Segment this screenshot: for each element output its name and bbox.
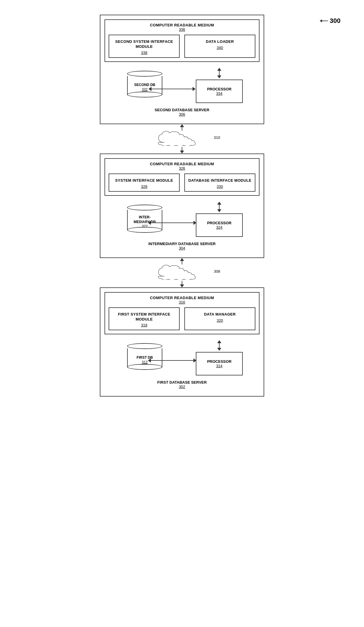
intermediary-database-server-box: COMPUTER READABLE MEDIUM 326 SYSTEM INTE…: [100, 154, 264, 258]
dim-ref: 330: [187, 184, 252, 189]
intermediary-db-server-label: INTERMEDIARY DATABASE SERVER: [105, 242, 259, 246]
second-crm-box: COMPUTER READABLE MEDIUM 336 SECOND SYST…: [105, 19, 259, 62]
first-crm-title: COMPUTER READABLE MEDIUM: [108, 296, 256, 300]
intermediary-crm-box: COMPUTER READABLE MEDIUM 326 SYSTEM INTE…: [105, 158, 259, 196]
second-database-server-box: COMPUTER READABLE MEDIUM 336 SECOND SYST…: [100, 15, 264, 124]
second-db-server-ref: 306: [105, 112, 259, 117]
second-crm-title: COMPUTER READABLE MEDIUM: [108, 23, 256, 27]
first-processor-ref: 314: [216, 364, 223, 368]
network-cloud-308-icon: [156, 264, 208, 280]
second-processor-title: PROCESSOR: [207, 87, 231, 91]
intermediary-crm-ref: 326: [108, 166, 256, 171]
second-db-processor-arrow: [149, 87, 196, 91]
first-sim-title: FIRST SYSTEM INTERFACE MODULE: [112, 312, 177, 322]
data-loader-box: DATA LOADER 340: [184, 35, 255, 58]
second-processor-box: PROCESSOR 334: [196, 80, 243, 103]
data-manager-ref: 320: [187, 318, 252, 323]
system-interface-module-box: SYSTEM INTERFACE MODULE 328: [109, 173, 180, 192]
sim-title: SYSTEM INTERFACE MODULE: [112, 178, 177, 183]
second-sim-title: SECOND SYSTEM INTERFACE MODULE: [112, 39, 177, 49]
first-crm-ref: 316: [108, 300, 256, 304]
first-db-server-label: FIRST DATABASE SERVER: [105, 380, 259, 385]
first-processor-box: PROCESSOR 314: [196, 352, 243, 375]
second-processor-ref: 334: [216, 91, 223, 96]
intermediary-db-processor-arrow: [148, 221, 196, 225]
first-system-interface-module-box: FIRST SYSTEM INTERFACE MODULE 318: [109, 307, 180, 331]
second-sim-ref: 338: [112, 50, 177, 55]
figure-arrow-icon: [320, 18, 328, 24]
intermediary-db-server-ref: 304: [105, 246, 259, 250]
svg-marker-1: [320, 19, 322, 22]
network-308-area: 308: [91, 258, 273, 287]
first-db-cylinder: FIRST DB 312: [126, 343, 164, 368]
intermediary-processor-ref: 324: [216, 225, 223, 230]
dim-title: DATABASE INTERFACE MODULE: [187, 178, 252, 183]
network-cloud-310-icon: [156, 131, 208, 146]
first-db-server-ref: 302: [105, 385, 259, 389]
network-310-ref-label: 310: [214, 135, 220, 140]
sim-ref: 328: [112, 184, 177, 189]
first-crm-box: COMPUTER READABLE MEDIUM 316 FIRST SYSTE…: [105, 292, 259, 335]
intermediary-db-cylinder: INTER- MEDIARY DB 322: [126, 205, 164, 230]
second-system-interface-module-box: SECOND SYSTEM INTERFACE MODULE 338: [109, 35, 180, 58]
data-loader-title: DATA LOADER: [187, 39, 252, 44]
first-db-processor-arrow: [148, 358, 196, 363]
network-310-area: 310: [91, 124, 273, 154]
data-loader-down-arrow: [217, 68, 221, 78]
data-manager-down-arrow: [217, 340, 221, 351]
database-interface-module-box: DATABASE INTERFACE MODULE 330: [184, 173, 255, 192]
data-manager-title: DATA MANAGER: [187, 312, 252, 317]
first-processor-title: PROCESSOR: [207, 359, 231, 364]
first-database-server-box: COMPUTER READABLE MEDIUM 316 FIRST SYSTE…: [100, 287, 264, 397]
intermediary-processor-box: PROCESSOR 324: [196, 213, 243, 237]
second-db-server-label: SECOND DATABASE SERVER: [105, 108, 259, 112]
intermediary-processor-title: PROCESSOR: [207, 221, 231, 225]
figure-number: 300: [320, 17, 341, 25]
dim-down-arrow: [217, 202, 221, 212]
data-manager-box: DATA MANAGER 320: [184, 307, 255, 331]
intermediary-crm-title: COMPUTER READABLE MEDIUM: [108, 162, 256, 166]
first-sim-ref: 318: [112, 323, 177, 327]
second-db-cylinder: SECOND DB 332: [126, 71, 164, 95]
data-loader-ref: 340: [187, 45, 252, 50]
network-308-ref-label: 308: [214, 269, 220, 274]
second-crm-ref: 336: [108, 27, 256, 32]
